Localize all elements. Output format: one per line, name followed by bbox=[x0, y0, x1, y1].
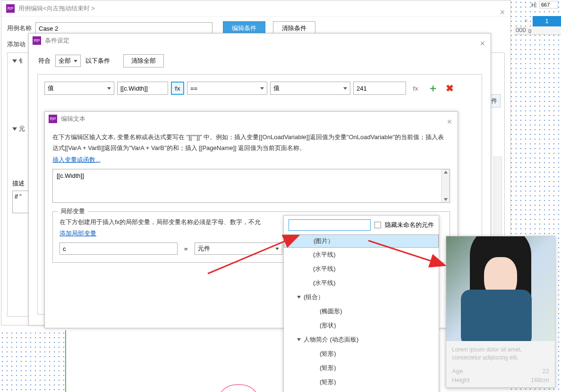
help-text: 在下方编辑区输入文本, 变量名称或表达式要写在 "[[""]]" 中。例如：插入… bbox=[52, 132, 450, 154]
chevron-down-icon bbox=[297, 338, 301, 341]
height-value: 168cm bbox=[531, 376, 549, 384]
insert-var-link[interactable]: 插入变量或函数... bbox=[52, 156, 101, 164]
dialog3-title-text: 编辑文本 bbox=[61, 112, 85, 126]
match-suffix-label: 以下条件 bbox=[85, 57, 110, 65]
guide-line bbox=[65, 330, 66, 392]
cond-type-select[interactable]: 值 bbox=[44, 82, 114, 95]
tab-close-icon[interactable]: × bbox=[524, 17, 528, 25]
red-arc-shape bbox=[217, 384, 260, 392]
element-group-item[interactable]: 人物简介 (动态面板) bbox=[284, 333, 439, 347]
chevron-down-icon bbox=[297, 296, 301, 299]
cond-rhs-type-select[interactable]: 值 bbox=[270, 82, 350, 95]
dialog1-titlebar[interactable]: RP 用例编辑<向左拖动结束时 > × bbox=[1, 0, 510, 17]
fx-button[interactable]: fx bbox=[409, 82, 422, 95]
chevron-down-icon bbox=[343, 87, 347, 90]
ruler-top: 000 bbox=[514, 26, 561, 35]
element-list-item[interactable]: (矩形) bbox=[284, 389, 439, 392]
element-list-item[interactable]: (水平线) bbox=[284, 248, 439, 262]
rp-logo-icon: RP bbox=[6, 4, 15, 13]
local-var-type-select[interactable]: 元件 bbox=[195, 242, 282, 255]
height-input[interactable] bbox=[539, 1, 558, 8]
hide-unnamed-label: 隐藏未命名的元件 bbox=[385, 221, 434, 229]
equals-label: = bbox=[182, 245, 190, 252]
element-list-item[interactable]: (水平线) bbox=[284, 276, 439, 290]
cond-rhs-value-input[interactable] bbox=[353, 82, 406, 95]
condition-row: 值 fx == 值 fx ＋ ✖ bbox=[38, 75, 482, 102]
hide-unnamed-checkbox[interactable] bbox=[374, 222, 381, 228]
dialog1-title-text: 用例编辑<向左拖动结束时 > bbox=[18, 0, 95, 17]
delete-condition-icon[interactable]: ✖ bbox=[444, 83, 456, 94]
collapse-icon[interactable] bbox=[12, 59, 17, 63]
element-list-item[interactable]: (椭圆形) bbox=[284, 304, 439, 318]
collapse-icon[interactable] bbox=[12, 127, 17, 131]
local-var-name-input[interactable] bbox=[60, 242, 178, 255]
add-condition-icon[interactable]: ＋ bbox=[425, 81, 441, 95]
element-list-item[interactable]: (矩形) bbox=[284, 361, 439, 375]
height-label: H: bbox=[531, 1, 537, 8]
cond-expression-input[interactable] bbox=[117, 82, 168, 95]
add-action-label: 添加动 bbox=[7, 41, 26, 48]
element-search-input[interactable] bbox=[289, 219, 371, 231]
case-name-label: 用例名称 bbox=[7, 24, 32, 33]
match-select[interactable]: 全部 bbox=[55, 55, 81, 67]
element-list[interactable]: (图片）(水平线)(水平线)(水平线)(组合）(椭圆形)(形状)人物简介 (动态… bbox=[284, 234, 439, 392]
add-local-var-link[interactable]: 添加局部变量 bbox=[60, 229, 96, 238]
element-list-item[interactable]: (矩形) bbox=[284, 347, 439, 361]
preview-lorem: Lorem ipsum dolor sit amet, consectetur … bbox=[446, 341, 555, 367]
rp-logo-icon: RP bbox=[49, 115, 57, 123]
page-number-badge: 1 bbox=[533, 16, 561, 26]
description-label: 描述 bbox=[12, 180, 25, 187]
element-list-item[interactable]: (图片） bbox=[284, 234, 439, 248]
preview-image bbox=[446, 236, 555, 341]
dialog3-titlebar[interactable]: RP 编辑文本 × bbox=[45, 112, 458, 126]
chevron-down-icon bbox=[74, 60, 77, 62]
editor-scrollbar[interactable] bbox=[441, 169, 450, 202]
element-picker-popup: 隐藏未命名的元件 (图片）(水平线)(水平线)(水平线)(组合）(椭圆形)(形状… bbox=[283, 215, 439, 392]
dialog2-title-text: 条件设定 bbox=[45, 33, 69, 48]
element-list-item[interactable]: (形状) bbox=[284, 318, 439, 333]
editor-content: [[c.Width]] bbox=[57, 172, 84, 179]
age-label: Age bbox=[452, 367, 463, 375]
dialog1-close-icon[interactable]: × bbox=[500, 4, 505, 20]
dialog3-close-icon[interactable]: × bbox=[447, 115, 452, 129]
age-value: 22 bbox=[543, 367, 549, 375]
ruler-zero: 0 bbox=[528, 28, 531, 34]
chevron-down-icon bbox=[260, 87, 264, 90]
dialog2-close-icon[interactable]: × bbox=[480, 36, 485, 50]
scroll-down-icon[interactable] bbox=[444, 198, 448, 201]
preview-card: Lorem ipsum dolor sit amet, consectetur … bbox=[446, 236, 555, 388]
canvas-dots-bottom-left bbox=[0, 331, 66, 392]
expression-editor[interactable]: [[c.Width]] bbox=[52, 169, 450, 203]
scroll-up-icon[interactable] bbox=[444, 171, 448, 174]
clear-all-button[interactable]: 清除全部 bbox=[123, 54, 164, 67]
cond-operator-select[interactable]: == bbox=[187, 82, 267, 95]
element-list-item[interactable]: (水平线) bbox=[284, 262, 439, 276]
element-group-item[interactable]: (组合） bbox=[284, 290, 439, 304]
chevron-down-icon bbox=[275, 248, 279, 250]
fx-button-active[interactable]: fx bbox=[171, 82, 184, 95]
match-label: 符合 bbox=[38, 57, 51, 65]
rp-logo-icon: RP bbox=[33, 36, 41, 45]
chevron-down-icon bbox=[107, 87, 111, 90]
dialog2-titlebar[interactable]: RP 条件设定 × bbox=[29, 33, 491, 48]
element-list-item[interactable]: (矩形) bbox=[284, 375, 439, 389]
height-label: Height bbox=[452, 376, 470, 384]
fieldset-legend: 局部变量 bbox=[58, 207, 88, 216]
